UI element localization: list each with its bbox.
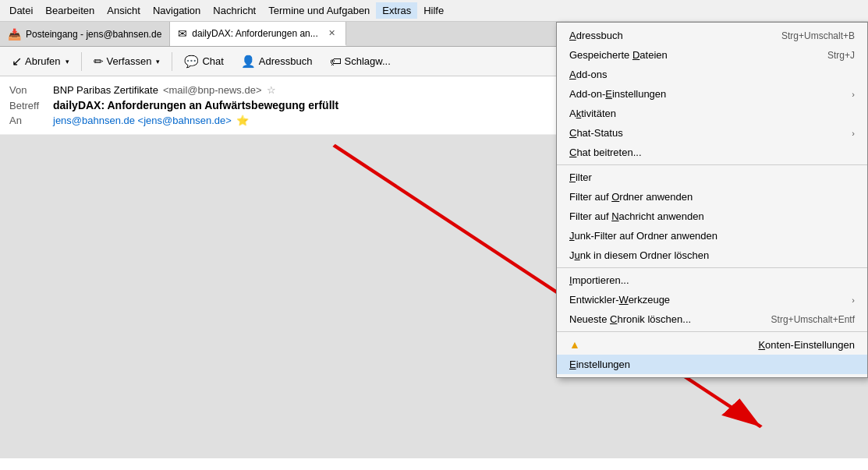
- schlagw-button[interactable]: 🏷 Schlagw...: [323, 51, 398, 72]
- einstellungen-label: Einstellungen: [569, 359, 630, 370]
- abrufen-dropdown-arrow[interactable]: ▾: [66, 58, 69, 65]
- menu-filter-ordner[interactable]: Filter auf Ordner anwenden: [557, 187, 867, 207]
- addon-settings-label: Add-on-Einstellungen: [569, 88, 666, 100]
- menu-bearbeiten[interactable]: Bearbeiten: [39, 2, 101, 19]
- menu-chat-beitreten[interactable]: Chat beitreten...: [557, 143, 867, 162]
- menu-termine[interactable]: Termine und Aufgaben: [262, 2, 376, 19]
- menu-chronik[interactable]: Neueste Chronik löschen... Strg+Umschalt…: [557, 309, 867, 329]
- chat-beitreten-label: Chat beitreten...: [569, 147, 642, 158]
- email-from-name: BNP Paribas Zertifikate: [53, 84, 158, 96]
- chat-button[interactable]: 💬 Chat: [177, 51, 230, 72]
- importieren-label: Importieren...: [569, 274, 629, 286]
- menu-junk-loeschen[interactable]: Junk in diesem Ordner löschen: [557, 246, 867, 265]
- junk-loeschen-label: Junk in diesem Ordner löschen: [569, 249, 709, 261]
- addon-submenu-arrow: ›: [852, 90, 855, 99]
- menubar: Datei Bearbeiten Ansicht Navigation Nach…: [0, 0, 868, 22]
- adressbuch-shortcut: Strg+Umschalt+B: [781, 30, 855, 41]
- menu-datei[interactable]: Datei: [3, 2, 39, 19]
- email-to-address: jens@bahnsen.de <jens@bahnsen.de>: [53, 115, 232, 126]
- verfassen-icon: ✏: [94, 55, 104, 69]
- menu-gespeicherte[interactable]: Gespeicherte Dateien Strg+J: [557, 45, 867, 65]
- separator-1: [557, 164, 867, 165]
- chronik-shortcut: Strg+Umschalt+Entf: [771, 314, 855, 325]
- menu-dev-tools[interactable]: Entwickler-Werkzeuge ›: [557, 290, 867, 309]
- dev-tools-label: Entwickler-Werkzeuge: [569, 294, 670, 306]
- menu-nachricht[interactable]: Nachricht: [207, 2, 262, 19]
- extras-dropdown-menu: Adressbuch Strg+Umschalt+B Gespeicherte …: [556, 22, 868, 378]
- to-star-icon[interactable]: ⭐: [236, 115, 249, 126]
- separator-2: [557, 267, 867, 268]
- menu-konten-einstellungen[interactable]: ▲ Konten-Einstellungen: [557, 334, 867, 355]
- menu-adressbuch[interactable]: Adressbuch Strg+Umschalt+B: [557, 26, 867, 45]
- verfassen-dropdown-arrow[interactable]: ▾: [156, 58, 160, 65]
- abrufen-button[interactable]: ↙ Abrufen ▾: [5, 50, 76, 72]
- menu-chat-status[interactable]: Chat-Status ›: [557, 123, 867, 143]
- tab-posteingang[interactable]: 📥 Posteingang - jens@bahnsen.de: [0, 22, 170, 46]
- verfassen-button[interactable]: ✏ Verfassen ▾: [87, 51, 168, 72]
- konten-einstellungen-label: Konten-Einstellungen: [758, 339, 855, 351]
- dev-tools-arrow: ›: [852, 295, 855, 305]
- menu-aktivitaeten[interactable]: Aktivitäten: [557, 104, 867, 123]
- menu-junk-filter[interactable]: Junk-Filter auf Ordner anwenden: [557, 226, 867, 246]
- filter-nachricht-label: Filter auf Nachricht anwenden: [569, 210, 704, 222]
- chronik-label: Neueste Chronik löschen...: [569, 313, 691, 325]
- gespeicherte-shortcut: Strg+J: [827, 50, 855, 61]
- menu-addons[interactable]: Add-ons: [557, 65, 867, 84]
- email-from-address: <mail@bnp-news.de>: [163, 84, 262, 96]
- addons-label: Add-ons: [569, 69, 607, 80]
- chat-status-arrow: ›: [852, 129, 855, 138]
- chat-icon: 💬: [184, 55, 199, 69]
- menu-extras[interactable]: Extras: [376, 2, 417, 19]
- menu-addon-settings[interactable]: Add-on-Einstellungen ›: [557, 84, 867, 104]
- schlagw-icon: 🏷: [330, 55, 342, 68]
- filter-ordner-label: Filter auf Ordner anwenden: [569, 191, 693, 203]
- filter-label: Filter: [569, 171, 592, 183]
- abrufen-icon: ↙: [12, 54, 22, 69]
- menu-filter[interactable]: Filter: [557, 168, 867, 187]
- separator-1: [81, 52, 82, 71]
- menu-hilfe[interactable]: Hilfe: [417, 2, 450, 19]
- inbox-icon: 📥: [8, 28, 21, 41]
- menu-filter-nachricht[interactable]: Filter auf Nachricht anwenden: [557, 207, 867, 226]
- chat-status-label: Chat-Status: [569, 127, 623, 139]
- tab-dailydax[interactable]: ✉ dailyDAX: Anforderungen an... ✕: [170, 22, 345, 46]
- tab-close-button[interactable]: ✕: [326, 27, 338, 39]
- menu-navigation[interactable]: Navigation: [147, 2, 207, 19]
- from-star-icon[interactable]: ☆: [267, 84, 276, 96]
- warning-icon: ▲: [569, 338, 580, 351]
- adressbuch-button[interactable]: 👤 Adressbuch: [234, 51, 320, 72]
- adressbuch-label: Adressbuch: [569, 30, 623, 41]
- aktivitaeten-label: Aktivitäten: [569, 108, 616, 119]
- menu-einstellungen[interactable]: Einstellungen: [557, 355, 867, 374]
- email-subject: dailyDAX: Anforderungen an Aufwärtsbeweg…: [53, 99, 338, 111]
- menu-importieren[interactable]: Importieren...: [557, 270, 867, 290]
- junk-filter-label: Junk-Filter auf Ordner anwenden: [569, 230, 717, 242]
- email-icon: ✉: [178, 27, 187, 40]
- separator-3: [557, 331, 867, 332]
- separator-2: [172, 52, 172, 71]
- menu-ansicht[interactable]: Ansicht: [101, 2, 147, 19]
- gespeicherte-label: Gespeicherte Dateien: [569, 49, 668, 61]
- adressbuch-icon: 👤: [241, 55, 256, 69]
